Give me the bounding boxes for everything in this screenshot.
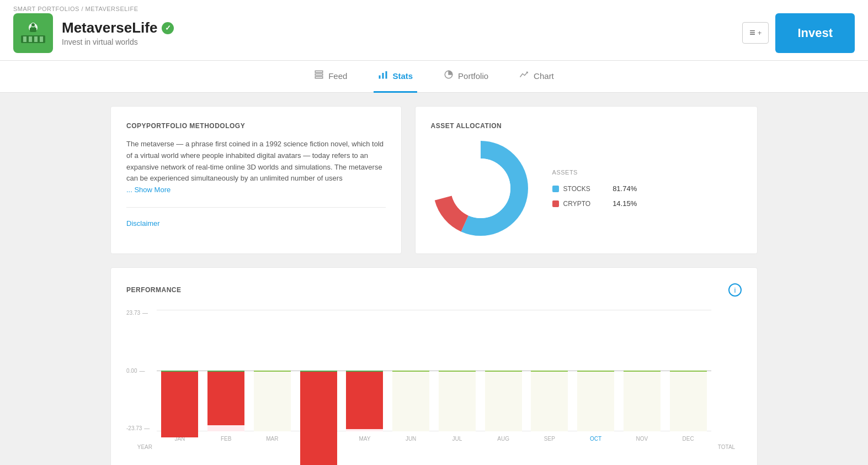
bar-apr xyxy=(295,310,342,431)
crypto-value: 14.15% xyxy=(613,199,637,208)
header-left: MetaverseLife ✓ Invest in virtual worlds xyxy=(13,13,174,53)
legend-title: ASSETS xyxy=(552,169,637,176)
legend-item-stocks: STOCKS 81.74% xyxy=(552,184,637,193)
portfolio-subtitle: Invest in virtual worlds xyxy=(62,38,174,46)
legend: ASSETS STOCKS 81.74% CRYPTO 14.15 xyxy=(552,169,637,208)
svg-rect-3 xyxy=(29,36,32,42)
crypto-color-dot xyxy=(552,200,559,207)
show-more-link[interactable]: ... Show More xyxy=(126,186,171,194)
stocks-label: STOCKS xyxy=(563,185,590,193)
y-dash-mid: — xyxy=(139,368,145,374)
x-labels: JAN FEB MAR APR MAY JUN JUL AUG SEP OCT … xyxy=(157,436,711,442)
bar-jun xyxy=(388,310,434,431)
svg-rect-15 xyxy=(382,73,384,79)
x-label-aug: AUG xyxy=(480,436,526,442)
logo xyxy=(13,13,53,53)
year-label: YEAR xyxy=(126,444,157,450)
tab-stats-label: Stats xyxy=(392,71,413,81)
svg-rect-12 xyxy=(315,74,323,76)
allocation-title: ASSET ALLOCATION xyxy=(431,122,742,130)
svg-rect-16 xyxy=(386,71,387,79)
x-label-dec: DEC xyxy=(665,436,711,442)
menu-icon: ≡ xyxy=(749,27,755,39)
stocks-value: 81.74% xyxy=(613,184,637,193)
chart-bars xyxy=(157,310,711,431)
y-dash-bot: — xyxy=(144,425,150,431)
verified-icon: ✓ xyxy=(162,22,174,34)
chart-icon xyxy=(519,70,529,82)
year-total-row: YEAR TOTAL xyxy=(126,444,742,450)
crypto-label: CRYPTO xyxy=(563,200,591,208)
svg-rect-0 xyxy=(18,18,49,49)
performance-title: PERFORMANCE xyxy=(126,286,182,294)
bar-oct xyxy=(573,310,619,431)
bar-dec xyxy=(665,310,711,431)
top-row: COPYPORTFOLIO METHODOLOGY The metaverse … xyxy=(110,106,758,254)
y-dash-top: — xyxy=(142,310,148,316)
allocation-card: ASSET ALLOCATION ASSETS xyxy=(415,106,758,254)
bar-mar xyxy=(249,310,296,431)
invest-button[interactable]: Invest xyxy=(775,13,855,53)
performance-header: PERFORMANCE i xyxy=(126,283,742,297)
tab-stats[interactable]: Stats xyxy=(374,61,417,93)
tab-portfolio-label: Portfolio xyxy=(458,71,488,81)
total-label: TOTAL xyxy=(711,444,742,450)
bar-jul xyxy=(434,310,481,431)
donut-chart xyxy=(431,139,530,238)
menu-button[interactable]: ≡ + xyxy=(742,22,769,44)
tab-chart[interactable]: Chart xyxy=(515,61,558,93)
allocation-content: ASSETS STOCKS 81.74% CRYPTO 14.15 xyxy=(431,139,742,238)
menu-plus-icon: + xyxy=(758,29,762,37)
bar-feb xyxy=(203,310,249,431)
methodology-card: COPYPORTFOLIO METHODOLOGY The metaverse … xyxy=(110,106,402,254)
tab-feed-label: Feed xyxy=(328,71,347,81)
svg-rect-14 xyxy=(379,76,381,79)
bar-sep xyxy=(526,310,573,431)
svg-rect-2 xyxy=(23,36,26,42)
svg-rect-5 xyxy=(40,36,43,42)
x-label-jul: JUL xyxy=(434,436,481,442)
nav-tabs: Feed Stats Portfolio Chart xyxy=(0,61,868,93)
breadcrumb: SMART PORTFOLIOS / METAVERSELIFE xyxy=(13,6,138,12)
tab-portfolio[interactable]: Portfolio xyxy=(439,61,493,93)
legend-item-crypto: CRYPTO 14.15% xyxy=(552,199,637,208)
portfolio-name: MetaverseLife xyxy=(62,19,157,36)
x-label-jun: JUN xyxy=(388,436,434,442)
bar-aug xyxy=(480,310,526,431)
main-content: COPYPORTFOLIO METHODOLOGY The metaverse … xyxy=(0,93,868,465)
disclaimer-link[interactable]: Disclaimer xyxy=(126,219,160,228)
info-icon[interactable]: i xyxy=(728,283,742,297)
svg-rect-11 xyxy=(315,71,323,72)
x-label-feb: FEB xyxy=(203,436,249,442)
svg-point-20 xyxy=(451,158,510,218)
svg-point-9 xyxy=(31,23,35,27)
chart-area: 23.73 — 0.00 — -23.73 — xyxy=(126,310,742,450)
methodology-text: The metaverse — a phrase first coined in… xyxy=(126,139,386,196)
y-label-bot: -23.73 xyxy=(126,425,142,431)
header-right: ≡ + Invest xyxy=(742,13,855,53)
portfolio-icon xyxy=(444,70,454,82)
bar-nov xyxy=(619,310,665,431)
x-label-may: MAY xyxy=(342,436,388,442)
bar-jan xyxy=(157,310,203,431)
x-label-nov: NOV xyxy=(619,436,665,442)
x-label-sep: SEP xyxy=(526,436,573,442)
x-label-mar: MAR xyxy=(249,436,296,442)
bar-may xyxy=(342,310,388,431)
divider xyxy=(126,207,386,208)
svg-rect-4 xyxy=(34,36,38,42)
feed-icon xyxy=(314,70,324,82)
svg-rect-13 xyxy=(315,77,323,78)
tab-feed[interactable]: Feed xyxy=(310,61,352,93)
svg-rect-10 xyxy=(30,28,36,32)
y-label-mid: 0.00 xyxy=(126,368,137,374)
performance-card: PERFORMANCE i 23.73 — 0.00 — -23.73 xyxy=(110,267,758,465)
stocks-color-dot xyxy=(552,186,559,192)
header: SMART PORTFOLIOS / METAVERSELIFE Metaver… xyxy=(0,0,868,61)
tab-chart-label: Chart xyxy=(534,71,554,81)
header-title: MetaverseLife ✓ Invest in virtual worlds xyxy=(62,19,174,46)
x-label-oct: OCT xyxy=(573,436,619,442)
stats-icon xyxy=(378,70,388,82)
methodology-title: COPYPORTFOLIO METHODOLOGY xyxy=(126,122,386,130)
y-label-top: 23.73 xyxy=(126,310,140,316)
